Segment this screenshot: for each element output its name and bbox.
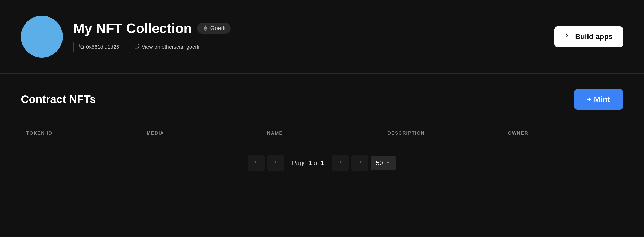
- main-section: Contract NFTs + Mint TOKEN ID MEDIA NAME…: [0, 74, 644, 198]
- last-page-button[interactable]: [351, 155, 368, 171]
- column-owner: OWNER: [503, 128, 623, 139]
- collection-links: 0x561d...1d25 View on etherscan-goerli: [73, 41, 231, 53]
- etherscan-label: View on etherscan-goerli: [142, 44, 199, 50]
- build-apps-button[interactable]: Build apps: [554, 26, 623, 47]
- network-badge: Goerli: [197, 23, 231, 34]
- header-section: My NFT Collection Goerli: [0, 0, 644, 74]
- build-apps-label: Build apps: [575, 32, 613, 41]
- copy-address-button[interactable]: 0x561d...1d25: [73, 41, 125, 53]
- column-media: MEDIA: [141, 128, 262, 139]
- etherscan-link-button[interactable]: View on etherscan-goerli: [129, 41, 205, 53]
- copy-icon: [79, 44, 84, 50]
- column-name: NAME: [262, 128, 382, 139]
- column-description: DESCRIPTION: [382, 128, 502, 139]
- next-page-icon: [337, 159, 343, 167]
- table-header: TOKEN ID MEDIA NAME DESCRIPTION OWNER: [21, 123, 623, 144]
- network-label: Goerli: [210, 25, 226, 32]
- column-token-id: TOKEN ID: [21, 128, 141, 139]
- collection-info: My NFT Collection Goerli: [73, 20, 231, 53]
- page-size-selector[interactable]: 50: [371, 156, 396, 170]
- external-link-icon: [134, 44, 140, 50]
- section-title: Contract NFTs: [21, 93, 96, 106]
- chevron-down-icon: [386, 160, 391, 166]
- svg-rect-0: [81, 46, 84, 48]
- pagination-row: Page 1 of 1 50: [21, 144, 623, 182]
- svg-line-1: [137, 44, 139, 47]
- current-page: 1: [308, 159, 312, 166]
- last-page-icon: [357, 159, 363, 167]
- first-page-icon: [253, 159, 259, 167]
- mint-label: + Mint: [587, 95, 610, 104]
- next-page-button[interactable]: [332, 155, 349, 171]
- nft-table: TOKEN ID MEDIA NAME DESCRIPTION OWNER: [21, 123, 623, 144]
- total-pages: 1: [321, 159, 324, 166]
- collection-title: My NFT Collection: [73, 20, 192, 36]
- collection-title-row: My NFT Collection Goerli: [73, 20, 231, 36]
- prev-page-button[interactable]: [267, 155, 284, 171]
- prev-page-icon: [273, 159, 279, 167]
- mint-button[interactable]: + Mint: [574, 89, 623, 110]
- pagination-text: Page 1 of 1: [287, 159, 329, 167]
- page-size-value: 50: [376, 159, 383, 167]
- terminal-icon: [565, 32, 572, 41]
- first-page-button[interactable]: [248, 155, 265, 171]
- section-header: Contract NFTs + Mint: [21, 89, 623, 110]
- address-label: 0x561d...1d25: [86, 44, 119, 50]
- ethereum-icon: [202, 25, 208, 31]
- collection-avatar: [21, 16, 63, 58]
- header-left: My NFT Collection Goerli: [21, 16, 231, 58]
